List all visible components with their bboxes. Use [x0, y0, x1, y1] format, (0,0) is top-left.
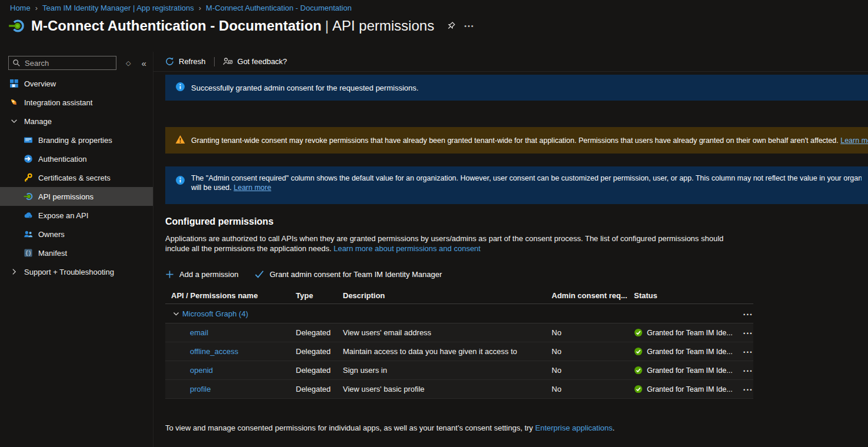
sidebar-item-certificates-secrets[interactable]: Certificates & secrets: [0, 168, 153, 187]
sidebar-item-expose-an-api[interactable]: Expose an API: [0, 206, 153, 225]
cloud-icon: [24, 211, 33, 220]
chevron-down-icon[interactable]: [172, 310, 180, 318]
refresh-icon: [165, 57, 174, 66]
permission-link[interactable]: offline_access: [190, 347, 238, 356]
rocket-icon: [9, 98, 19, 107]
sidebar-item-label: Owners: [38, 230, 65, 239]
row-menu-icon[interactable]: •••: [743, 368, 753, 374]
key-icon: [24, 173, 33, 182]
permissions-consent-learn-more-link[interactable]: Learn more about permissions and consent: [333, 244, 480, 253]
command-bar: Refresh Got feedback?: [153, 52, 868, 72]
info-learn-more-link[interactable]: Learn more: [233, 184, 271, 192]
sidebar-item-manifest[interactable]: {) Manifest: [0, 243, 153, 262]
granted-check-icon: [634, 385, 643, 393]
breadcrumb-current-app-link[interactable]: M-Connect Authentication - Documentation: [206, 4, 352, 12]
configured-permissions-heading: Configured permissions: [165, 216, 868, 227]
refresh-label: Refresh: [179, 57, 206, 66]
sidebar-item-integration-assistant[interactable]: Integration assistant: [0, 93, 153, 112]
column-header-type[interactable]: Type: [296, 291, 343, 300]
permission-link[interactable]: profile: [190, 385, 211, 393]
granted-check-icon: [634, 328, 643, 337]
granted-check-icon: [634, 366, 643, 375]
sidebar-item-overview[interactable]: Overview: [0, 74, 153, 93]
permission-link[interactable]: email: [190, 328, 208, 337]
sidebar-item-label: Support + Troubleshooting: [24, 268, 114, 276]
column-header-api-permissions-name[interactable]: API / Permissions name: [165, 291, 296, 300]
warning-banner-text: Granting tenant-wide consent may revoke …: [191, 136, 868, 145]
pin-icon[interactable]: [446, 21, 456, 31]
search-icon: [12, 59, 21, 67]
auth-arrow-icon: [24, 154, 33, 164]
info-icon: [175, 175, 185, 188]
search-box[interactable]: [8, 56, 116, 70]
enterprise-applications-link[interactable]: Enterprise applications: [535, 423, 613, 432]
status-text: Granted for Team IM Ide...: [647, 329, 733, 337]
permission-link[interactable]: openid: [190, 366, 213, 375]
grant-admin-consent-button[interactable]: Grant admin consent for Team IM Identity…: [255, 270, 442, 279]
chevron-right-icon: [9, 267, 19, 276]
sidebar-item-label: Integration assistant: [24, 98, 92, 107]
column-header-admin-consent[interactable]: Admin consent req...: [552, 291, 634, 300]
permission-description: View users' basic profile: [343, 385, 552, 393]
sidebar-item-api-permissions[interactable]: API permissions: [0, 187, 153, 206]
sidebar-item-label: API permissions: [38, 192, 94, 201]
row-menu-icon[interactable]: •••: [743, 331, 753, 336]
azure-portal-api-permissions-page: Home › Team IM Identity Manager | App re…: [0, 0, 868, 447]
table-row-openid[interactable]: openid Delegated Sign users in No Grante…: [165, 361, 753, 380]
sidebar-item-label: Expose an API: [38, 211, 88, 220]
row-menu-icon[interactable]: •••: [743, 349, 753, 355]
feedback-label: Got feedback?: [238, 57, 288, 66]
status-text: Granted for Team IM Ide...: [647, 348, 733, 356]
refresh-button[interactable]: Refresh: [165, 57, 206, 66]
configured-permissions-description: Applications are authorized to call APIs…: [165, 233, 740, 253]
add-permission-button[interactable]: Add a permission: [165, 270, 238, 279]
grant-admin-consent-label: Grant admin consent for Team IM Identity…: [269, 270, 442, 279]
got-feedback-button[interactable]: Got feedback?: [223, 57, 288, 66]
warning-learn-more-link[interactable]: Learn more: [840, 136, 868, 145]
table-row-offline-access[interactable]: offline_access Delegated Maintain access…: [165, 342, 753, 361]
microsoft-graph-link[interactable]: Microsoft Graph (4): [182, 309, 248, 318]
sidebar-item-label: Certificates & secrets: [38, 174, 111, 182]
svg-text:{): {): [25, 251, 31, 256]
more-options-icon[interactable]: •••: [464, 22, 475, 29]
info-banner: The "Admin consent required" column show…: [165, 166, 868, 204]
granted-check-icon: [634, 347, 643, 356]
diamond-icon[interactable]: ◇: [126, 59, 131, 67]
app-registration-icon: [8, 18, 25, 34]
success-banner-text: Successfully granted admin consent for t…: [191, 84, 419, 92]
search-input[interactable]: [24, 58, 112, 68]
permissions-actions-row: Add a permission Grant admin consent for…: [165, 268, 868, 280]
footer-note: To view and manage consented permissions…: [165, 423, 868, 432]
table-header-row: API / Permissions name Type Description …: [165, 288, 753, 304]
permissions-table: API / Permissions name Type Description …: [165, 288, 753, 399]
sidebar-item-label: Authentication: [38, 155, 86, 164]
breadcrumb-separator-icon: ›: [35, 4, 38, 12]
row-menu-icon[interactable]: •••: [743, 387, 753, 393]
page-title: M-Connect Authentication - Documentation…: [31, 18, 434, 34]
collapse-sidebar-icon[interactable]: «: [141, 58, 146, 68]
chevron-down-icon: [9, 116, 19, 126]
table-row-profile[interactable]: profile Delegated View users' basic prof…: [165, 380, 753, 399]
sidebar-item-authentication[interactable]: Authentication: [0, 149, 153, 168]
table-row-email[interactable]: email Delegated View users' email addres…: [165, 323, 753, 342]
toolbar-divider: [214, 57, 215, 66]
column-header-description[interactable]: Description: [343, 291, 552, 300]
column-header-status[interactable]: Status: [634, 291, 735, 300]
sidebar-group-support-troubleshooting[interactable]: Support + Troubleshooting: [0, 262, 153, 281]
sidebar-nav: Overview Integration assistant: [0, 74, 153, 281]
table-group-row-microsoft-graph: Microsoft Graph (4) •••: [165, 304, 753, 323]
admin-consent-value: No: [552, 366, 634, 375]
status-text: Granted for Team IM Ide...: [647, 366, 733, 375]
breadcrumb-separator-icon: ›: [199, 4, 201, 12]
content-pane: Refresh Got feedback?: [153, 52, 868, 447]
breadcrumb-home-link[interactable]: Home: [10, 4, 31, 12]
sidebar-item-branding-properties[interactable]: Branding & properties: [0, 131, 153, 149]
warning-banner: Granting tenant-wide consent may revoke …: [165, 127, 868, 154]
breadcrumb-app-registrations-link[interactable]: Team IM Identity Manager | App registrat…: [42, 4, 194, 12]
sidebar-group-manage[interactable]: Manage: [0, 112, 153, 131]
row-menu-icon[interactable]: •••: [743, 312, 753, 318]
sidebar: ◇ « Overview: [0, 52, 153, 447]
sidebar-item-owners[interactable]: Owners: [0, 225, 153, 243]
braces-icon: {): [24, 248, 33, 258]
permission-description: View users' email address: [343, 328, 552, 337]
